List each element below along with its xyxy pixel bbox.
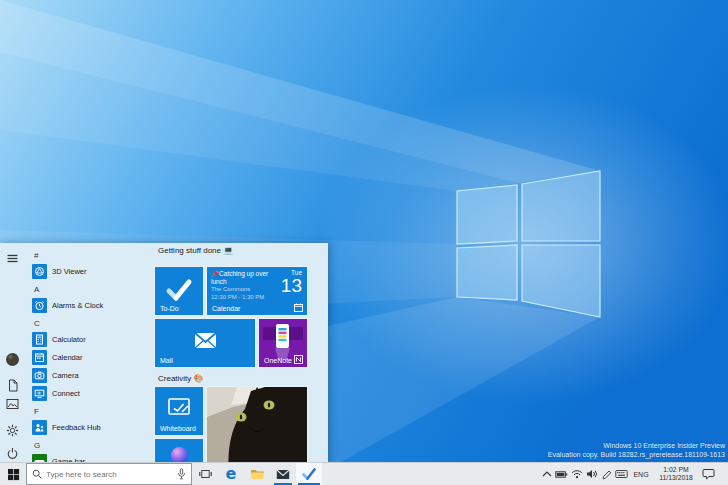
header-label: A (34, 285, 39, 294)
action-center-icon (702, 468, 715, 480)
mail-button[interactable] (270, 463, 296, 485)
cortana-orb-icon (171, 447, 188, 462)
clock[interactable]: 1:02 PM 11/13/2018 (653, 466, 699, 482)
game-bar-icon (32, 454, 47, 463)
microphone-icon[interactable] (177, 468, 186, 480)
app-item-alarms-clock[interactable]: Alarms & Clock (30, 296, 152, 314)
camera-icon (32, 368, 47, 383)
todo-button[interactable] (296, 463, 322, 485)
system-tray: ENG 1:02 PM 11/13/2018 (539, 463, 728, 485)
app-label: Connect (52, 389, 80, 398)
chevron-up-icon (542, 471, 552, 477)
taskbar: e (0, 462, 728, 485)
app-list-header[interactable]: C (30, 317, 152, 330)
app-item-game-bar[interactable]: Game bar (30, 452, 152, 462)
calendar-glyph-icon (294, 303, 303, 312)
app-label: Alarms & Clock (52, 301, 103, 310)
documents-button[interactable] (5, 378, 20, 393)
app-list-header[interactable]: # (30, 249, 152, 262)
tile-label: Calendar (212, 305, 240, 312)
app-label: Feedback Hub (52, 423, 101, 432)
todo-taskbar-icon (302, 468, 316, 480)
mail-taskbar-icon (276, 469, 290, 480)
tile-todo[interactable]: To-Do (155, 267, 203, 315)
tile-label: Mail (160, 357, 173, 364)
search-icon (32, 469, 42, 479)
tray-overflow-button[interactable] (539, 463, 554, 485)
app-item-feedback-hub[interactable]: Feedback Hub (30, 418, 152, 436)
app-item-calendar[interactable]: Calendar (30, 348, 152, 366)
app-label: Calendar (52, 353, 82, 362)
taskbar-search-box[interactable] (26, 463, 192, 485)
pictures-button[interactable] (5, 396, 20, 411)
app-item-connect[interactable]: Connect (30, 384, 152, 402)
tile-whiteboard[interactable]: Whiteboard (155, 387, 203, 435)
header-label: F (34, 407, 39, 416)
pen-icon (601, 469, 612, 480)
volume-button[interactable] (584, 463, 599, 485)
calendar-icon (32, 350, 47, 365)
file-explorer-button[interactable] (244, 463, 270, 485)
windows-ink-button[interactable] (599, 463, 614, 485)
app-item-calculator[interactable]: Calculator (30, 330, 152, 348)
onenote-logo-icon (294, 355, 303, 364)
clock-date: 11/13/2018 (653, 474, 699, 482)
feedback-hub-icon (32, 420, 47, 435)
calendar-event-title: 📌Catching up over lunch (211, 270, 281, 286)
app-label: Camera (52, 371, 79, 380)
network-button[interactable] (569, 463, 584, 485)
alarms-clock-icon (32, 298, 47, 313)
battery-icon (555, 469, 568, 480)
action-center-button[interactable] (699, 463, 717, 485)
calendar-date: 13 (281, 276, 302, 295)
pictures-icon (6, 398, 19, 410)
edge-icon: e (226, 466, 237, 482)
app-list-header[interactable]: F (30, 405, 152, 418)
keyboard-icon (615, 469, 628, 479)
app-list-header[interactable]: A (30, 283, 152, 296)
touch-keyboard-button[interactable] (614, 463, 629, 485)
app-label: 3D Viewer (52, 267, 86, 276)
tile-mail[interactable]: Mail (155, 319, 255, 367)
tile-photos[interactable] (207, 387, 307, 462)
tile-group-title-creativity[interactable]: Creativity 🎨 (158, 374, 204, 383)
watermark-line1: Windows 10 Enterprise Insider Preview (548, 442, 725, 451)
task-view-button[interactable] (192, 463, 218, 485)
settings-button[interactable] (5, 423, 20, 438)
search-input[interactable] (46, 470, 177, 479)
tile-label: Whiteboard (160, 425, 196, 432)
start-button[interactable] (0, 463, 26, 485)
start-menu-rail (0, 243, 28, 462)
tile-group-title-productivity[interactable]: Getting stuff done 💻 (158, 246, 233, 255)
header-label: # (34, 251, 38, 260)
cat-photo (207, 387, 307, 462)
tile-calendar[interactable]: 📌Catching up over lunch The Commons 12:3… (207, 267, 307, 315)
wifi-icon (571, 469, 583, 479)
language-indicator[interactable]: ENG (629, 471, 653, 478)
expand-menu-button[interactable] (5, 251, 20, 266)
power-button[interactable] (5, 446, 20, 461)
speaker-icon (586, 469, 598, 479)
start-app-list: # 3D Viewer A Alarms & Clock C Calcul (30, 243, 152, 462)
tile-cortana[interactable] (155, 439, 203, 462)
windows-desktop: Windows 10 Enterprise Insider Preview Ev… (0, 0, 728, 485)
app-item-camera[interactable]: Camera (30, 366, 152, 384)
user-account-button[interactable] (5, 352, 20, 367)
app-item-3d-viewer[interactable]: 3D Viewer (30, 262, 152, 280)
clock-time: 1:02 PM (653, 466, 699, 474)
app-list-header[interactable]: G (30, 439, 152, 452)
task-view-icon (199, 468, 212, 480)
watermark-line2: Evaluation copy. Build 18282.rs_prerelea… (548, 451, 725, 460)
edge-button[interactable]: e (218, 463, 244, 485)
start-menu: # 3D Viewer A Alarms & Clock C Calcul (0, 243, 328, 462)
windows-start-icon (7, 468, 20, 481)
battery-button[interactable] (554, 463, 569, 485)
connect-icon (32, 386, 47, 401)
gear-icon (6, 424, 19, 437)
start-tiles-area: Getting stuff done 💻 To-Do 📌Catching up … (155, 243, 325, 462)
tile-onenote[interactable]: OneNote (259, 319, 307, 367)
file-explorer-icon (250, 468, 265, 480)
app-label: Calculator (52, 335, 86, 344)
user-avatar (5, 352, 20, 367)
3d-viewer-icon (32, 264, 47, 279)
